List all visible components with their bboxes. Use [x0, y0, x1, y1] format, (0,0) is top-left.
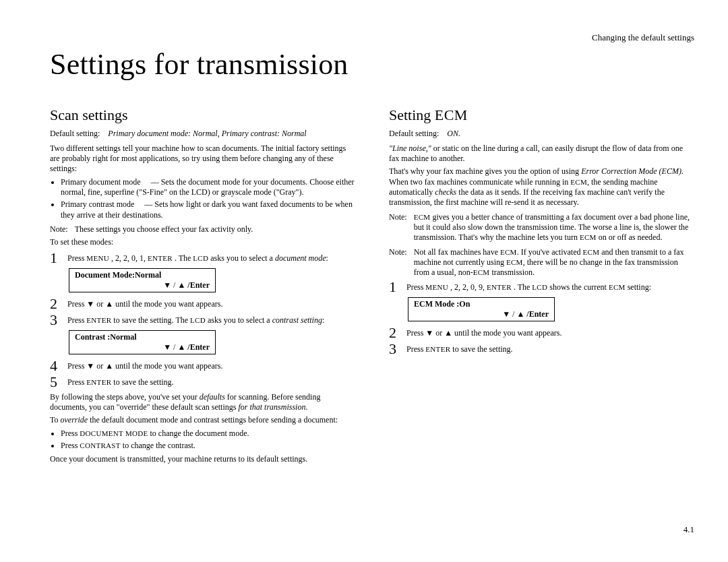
enter-key: ENTER [148, 254, 173, 262]
menu-key: MENU [425, 283, 448, 291]
page: Changing the default settings Settings f… [0, 0, 728, 562]
override-bullet-document-mode: Press DOCUMENT MODE to change the docume… [61, 429, 355, 439]
default-label: Default setting: [50, 129, 100, 138]
step-body: Press ▼ or ▲ until the mode you want app… [67, 358, 355, 371]
scan-settings-heading: Scan settings [50, 106, 355, 125]
ecm-steps-block: 1 Press MENU , 2, 2, 0, 9, ENTER . The L… [389, 280, 694, 356]
step-number: 2 [50, 296, 67, 311]
intro-paragraph: Two different settings tell your machine… [50, 144, 355, 175]
text: . [305, 402, 307, 412]
override-bullet-contrast: Press CONTRAST to change the contrast. [61, 441, 355, 451]
text: Press [67, 253, 86, 263]
text: That's why your fax machine gives you th… [389, 166, 581, 176]
text: Press [406, 344, 425, 354]
lcd-line1: ECM Mode :On [414, 299, 549, 309]
lcd-line2: ▼ / ▲ /Enter [75, 342, 210, 352]
step-body: Press MENU , 2, 2, 0, 9, ENTER . The LCD… [406, 280, 694, 292]
menu-key: MENU [86, 254, 109, 262]
text: By following the steps above, you've set… [50, 392, 200, 402]
running-head: Changing the default settings [592, 32, 694, 43]
text: . If you've activated [517, 247, 583, 257]
lcd-line2: ▼ / ▲ /Enter [75, 280, 210, 290]
italic: contrast setting [272, 315, 322, 325]
ecm-text: ECM [473, 268, 490, 276]
text: To [50, 415, 61, 425]
text: Not all fax machines have [414, 247, 500, 257]
page-title: Settings for transmission [50, 47, 694, 82]
italic: override [61, 415, 88, 425]
bullet-primary-document-mode: Primary document mode — Sets the documen… [61, 177, 355, 198]
lcd-line2: ▼ / ▲ /Enter [414, 309, 549, 319]
enter-label: /Enter [526, 309, 549, 319]
enter-key: ENTER [425, 345, 450, 353]
step-1: 1 Press MENU , 2, 2, 0, 1, ENTER . The L… [50, 251, 355, 266]
enter-key: ENTER [487, 283, 512, 291]
italic: "Line noise," [389, 144, 431, 153]
left-column: Scan settings Default setting: Primary d… [50, 106, 355, 467]
note-label: Note: [389, 247, 407, 278]
default-value: Primary document mode: Normal, Primary c… [108, 129, 306, 138]
columns: Scan settings Default setting: Primary d… [50, 106, 694, 467]
step-body: Press ▼ or ▲ until the mode you want app… [67, 296, 355, 309]
italic: document mode [275, 253, 326, 263]
step-body: Press ENTER to save the setting. The LCD… [67, 313, 355, 325]
text: to save the setting. The [111, 315, 190, 325]
enter-label: /Enter [187, 280, 210, 290]
step-5: 5 Press ENTER to save the setting. [50, 375, 355, 389]
final-paragraph: Once your document is transmitted, your … [50, 454, 355, 464]
step-4: 4 Press ▼ or ▲ until the mode you want a… [50, 358, 355, 373]
ecm-paragraph-1: "Line noise," or static on the line duri… [389, 144, 694, 164]
note-label: Note: [389, 212, 407, 243]
page-number: 4.1 [684, 524, 694, 535]
text: or static on the line during a call, can… [389, 144, 683, 163]
ecm-text: ECM [583, 248, 600, 256]
ecm-step-3: 3 Press ENTER to save the setting. [389, 342, 694, 356]
text: asks you to select a [208, 253, 275, 263]
text: , 2, 2, 0, 1, [109, 253, 148, 263]
text: shows the current [547, 282, 609, 292]
step-number: 3 [389, 342, 406, 356]
lcd-display-document-mode: Document Mode:Normal ▼ / ▲ /Enter [69, 268, 216, 292]
step-2: 2 Press ▼ or ▲ until the mode you want a… [50, 296, 355, 311]
step-body: Press ▼ or ▲ until the mode you want app… [406, 325, 694, 338]
step-number: 3 [50, 313, 67, 327]
bullet-primary-contrast-mode: Primary contrast mode — Sets how light o… [61, 199, 355, 220]
text: : [326, 253, 328, 263]
lcd-display-contrast: Contrast :Normal ▼ / ▲ /Enter [69, 330, 216, 354]
default-value: ON. [447, 129, 460, 138]
italic: for that transmission [238, 402, 305, 412]
step-3: 3 Press ENTER to save the setting. The L… [50, 313, 355, 327]
ecm-paragraph-2: That's why your fax machine gives you th… [389, 166, 694, 208]
italic: defaults [200, 392, 225, 402]
text: Setting [389, 106, 435, 123]
ecm-text: ECM [506, 258, 523, 266]
note-body: ECM gives you a better chance of transmi… [414, 212, 694, 243]
lcd-text: LCD [532, 283, 547, 291]
default-label: Default setting: [389, 129, 439, 138]
steps-block: 1 Press MENU , 2, 2, 0, 1, ENTER . The L… [50, 251, 355, 389]
lcd-text: LCD [193, 254, 208, 262]
step-body: Press ENTER to save the setting. [406, 342, 694, 354]
lcd-text: LCD [190, 316, 206, 324]
bullet-list: Primary document mode — Sets the documen… [50, 177, 355, 220]
step-number: 2 [389, 325, 406, 340]
text: to save the setting. [111, 377, 173, 387]
ecm-text: ECM [500, 248, 517, 256]
text: to change the contrast. [121, 441, 195, 450]
text: Press [61, 429, 80, 438]
text: : [322, 315, 324, 325]
note-row-1: Note: ECM gives you a better chance of t… [389, 212, 694, 243]
ecm-step-1: 1 Press MENU , 2, 2, 0, 9, ENTER . The L… [389, 280, 694, 294]
text: transmission. [489, 268, 535, 277]
text: to change the document mode. [148, 429, 249, 438]
arrows-icon: ▼ / ▲ [502, 309, 524, 319]
ecm-text: ECM [414, 213, 431, 221]
lcd-line1: Document Mode:Normal [75, 270, 210, 280]
enter-label: /Enter [187, 342, 210, 352]
ecm-text: ECM [580, 233, 597, 241]
text: . The [512, 282, 532, 292]
step-number: 1 [50, 251, 67, 266]
enter-key: ENTER [86, 316, 111, 324]
text: Press [61, 441, 80, 450]
default-setting-line: Default setting: Primary document mode: … [50, 129, 355, 139]
